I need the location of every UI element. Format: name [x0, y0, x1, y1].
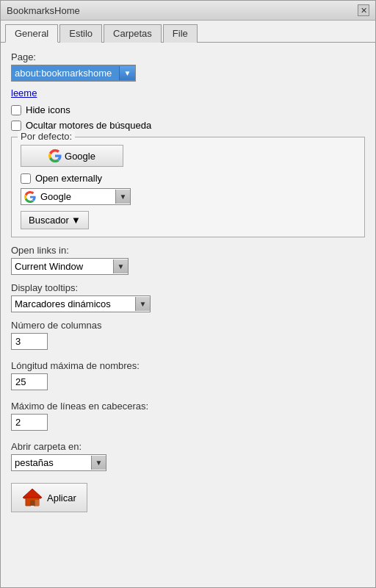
google-button[interactable]: Google: [21, 145, 123, 167]
buscador-button[interactable]: Buscador ▼: [21, 211, 89, 229]
hide-icons-label: Hide icons: [26, 104, 70, 115]
display-tooltips-label: Display tooltips:: [11, 282, 365, 293]
por-defecto-group: Por defecto: Google Open externally: [11, 137, 365, 237]
main-window: BookmarksHome ✕ General Estilo Carpetas …: [0, 0, 376, 588]
content-area: Page: about:bookmarkshome ▼ leeme Hide i…: [1, 43, 375, 521]
google-select[interactable]: Google: [39, 189, 115, 204]
apply-label: Aplicar: [47, 492, 76, 503]
open-externally-row: Open externally: [21, 173, 355, 184]
ocultar-motores-checkbox[interactable]: [11, 121, 21, 131]
tab-estilo[interactable]: Estilo: [59, 24, 102, 43]
tab-bar: General Estilo Carpetas File: [1, 21, 375, 43]
page-select-arrow[interactable]: ▼: [119, 66, 135, 80]
open-links-arrow[interactable]: ▼: [113, 259, 128, 273]
page-select-wrap[interactable]: about:bookmarkshome ▼: [11, 65, 136, 82]
close-button[interactable]: ✕: [358, 4, 369, 16]
num-columnas-label: Número de columnas: [11, 320, 365, 331]
tooltips-arrow[interactable]: ▼: [135, 297, 150, 311]
tab-general[interactable]: General: [5, 24, 58, 43]
buscador-arrow-icon: ▼: [71, 215, 81, 226]
tab-file[interactable]: File: [163, 24, 198, 43]
abrir-carpeta-wrap[interactable]: pestañas ventana ▼: [11, 454, 106, 471]
apply-button[interactable]: Aplicar: [11, 483, 87, 512]
tab-carpetas[interactable]: Carpetas: [104, 24, 162, 43]
open-externally-label: Open externally: [35, 173, 102, 184]
house-icon: [22, 488, 43, 507]
open-links-wrap[interactable]: Current Window New Tab New Window ▼: [11, 258, 129, 275]
google-small-icon: [24, 191, 36, 203]
buscador-label: Buscador: [29, 215, 69, 226]
open-externally-checkbox[interactable]: [21, 173, 31, 184]
svg-marker-3: [23, 489, 42, 498]
ocultar-motores-label: Ocultar motores de búsqueda: [26, 120, 151, 131]
tooltips-select[interactable]: Marcadores dinámicos All None: [12, 296, 135, 312]
google-select-arrow[interactable]: ▼: [115, 190, 130, 204]
longitud-maxima-input[interactable]: [11, 373, 48, 390]
google-button-label: Google: [65, 151, 95, 162]
leeme-link[interactable]: leeme: [11, 87, 365, 98]
abrir-carpeta-select[interactable]: pestañas ventana: [12, 455, 91, 470]
ocultar-motores-row: Ocultar motores de búsqueda: [11, 120, 365, 131]
maximo-lineas-input[interactable]: [11, 414, 48, 431]
carpeta-arrow[interactable]: ▼: [91, 456, 106, 470]
tooltips-wrap[interactable]: Marcadores dinámicos All None ▼: [11, 295, 151, 312]
num-columnas-input[interactable]: [11, 333, 48, 350]
por-defecto-label: Por defecto:: [18, 131, 75, 142]
hide-icons-row: Hide icons: [11, 104, 365, 115]
open-links-label: Open links in:: [11, 245, 365, 256]
title-bar: BookmarksHome ✕: [1, 1, 375, 21]
open-links-select[interactable]: Current Window New Tab New Window: [12, 259, 113, 274]
page-select[interactable]: about:bookmarkshome: [12, 65, 119, 81]
maximo-lineas-label: Máximo de líneas en cabeceras:: [11, 401, 365, 412]
page-label: Page:: [11, 51, 365, 62]
google-select-wrap[interactable]: Google ▼: [21, 188, 131, 205]
window-title: BookmarksHome: [7, 5, 80, 16]
longitud-maxima-label: Lóngitud máxima de nombres:: [11, 360, 365, 371]
abrir-carpeta-label: Abrir carpeta en:: [11, 441, 365, 452]
svg-rect-2: [35, 500, 39, 506]
hide-icons-checkbox[interactable]: [11, 105, 21, 115]
svg-rect-1: [30, 501, 35, 506]
google-logo-icon: [48, 149, 62, 162]
